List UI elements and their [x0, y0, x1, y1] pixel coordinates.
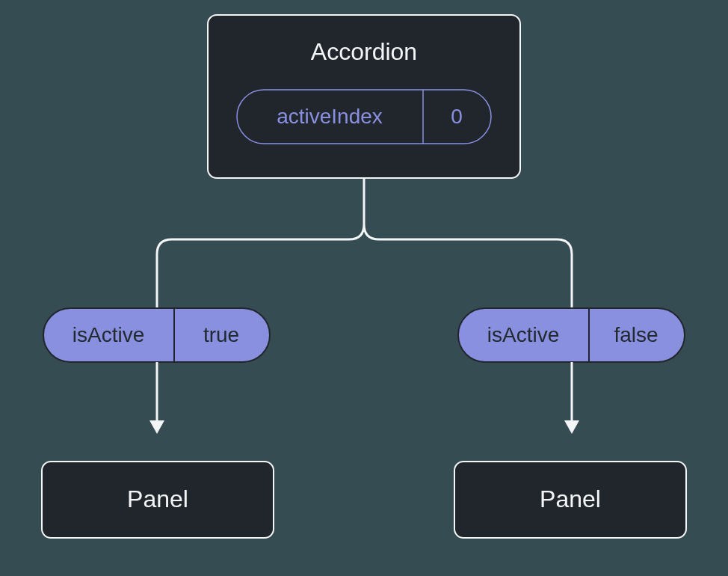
diagram-root: Accordion activeIndex 0 isActive true is…: [0, 0, 728, 576]
panel-card-left: Panel: [42, 462, 274, 538]
prop-right-label: isActive: [487, 323, 559, 346]
accordion-card: Accordion activeIndex 0: [208, 15, 520, 178]
state-value: 0: [451, 105, 463, 128]
prop-left-value: true: [203, 323, 239, 346]
svg-marker-1: [149, 420, 164, 434]
svg-marker-3: [564, 420, 579, 434]
prop-left-label: isActive: [73, 323, 144, 346]
panel-card-right: Panel: [454, 462, 686, 538]
arrow-right: [564, 362, 579, 434]
prop-right-value: false: [614, 323, 658, 346]
state-label: activeIndex: [277, 105, 383, 128]
panel-left-title: Panel: [127, 485, 188, 512]
connector-branch: [157, 178, 572, 308]
panel-right-title: Panel: [540, 485, 601, 512]
accordion-title: Accordion: [311, 38, 417, 65]
prop-pill-left: isActive true: [43, 308, 270, 362]
prop-pill-right: isActive false: [458, 308, 685, 362]
arrow-left: [149, 362, 164, 434]
